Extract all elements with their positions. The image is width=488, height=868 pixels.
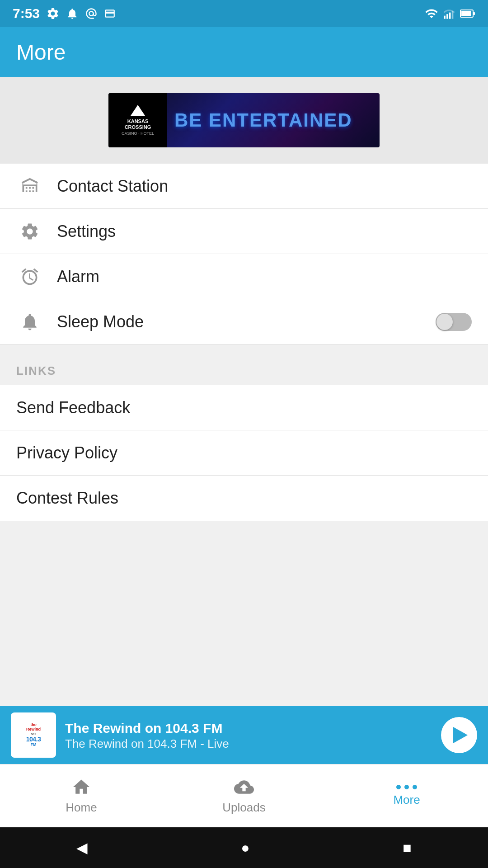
ad-banner[interactable]: KANSAS CROSSING CASINO · HOTEL BE ENTERT…	[108, 93, 380, 147]
bottom-nav: Home Uploads More	[0, 764, 488, 827]
sleep-mode-label: Sleep Mode	[57, 312, 436, 331]
bell-icon	[66, 7, 79, 20]
menu-section: Contact Station Settings Alarm z Sleep M…	[0, 164, 488, 344]
building-icon	[16, 176, 43, 196]
banner-logo: KANSAS CROSSING CASINO · HOTEL	[108, 93, 167, 147]
svg-rect-1	[446, 14, 448, 19]
nav-item-more[interactable]: More	[325, 764, 488, 827]
wifi-icon	[425, 7, 438, 20]
system-nav-bar: ◀ ● ■	[0, 827, 488, 868]
spacer	[0, 521, 488, 706]
gear-icon	[46, 7, 60, 20]
now-playing-info: The Rewind on 104.3 FM The Rewind on 104…	[65, 719, 432, 751]
contact-station-label: Contact Station	[57, 177, 472, 196]
status-left: 7:53	[13, 6, 116, 21]
link-item-contest-rules[interactable]: Contest Rules	[0, 476, 488, 521]
toggle-knob	[436, 314, 453, 330]
links-section: Send Feedback Privacy Policy Contest Rul…	[0, 385, 488, 521]
alarm-label: Alarm	[57, 267, 472, 286]
battery-icon	[460, 9, 475, 19]
settings-label: Settings	[57, 222, 472, 241]
card-icon	[104, 8, 116, 19]
link-item-privacy-policy[interactable]: Privacy Policy	[0, 430, 488, 476]
link-item-send-feedback[interactable]: Send Feedback	[0, 385, 488, 430]
nav-more-label: More	[393, 793, 420, 807]
status-right	[425, 7, 475, 20]
status-bar: 7:53	[0, 0, 488, 27]
signal-icon	[443, 7, 455, 20]
more-dots-icon	[396, 785, 417, 789]
menu-item-alarm[interactable]: Alarm	[0, 254, 488, 299]
nav-item-uploads[interactable]: Uploads	[163, 764, 325, 827]
privacy-policy-label: Privacy Policy	[16, 443, 117, 462]
play-button[interactable]	[441, 717, 477, 753]
nav-home-label: Home	[66, 801, 97, 815]
status-time: 7:53	[13, 6, 40, 21]
svg-text:z: z	[28, 320, 31, 326]
svg-rect-2	[449, 13, 451, 19]
station-logo: the Rewind on 104.3 FM	[11, 712, 56, 758]
svg-rect-5	[473, 12, 475, 15]
banner-tagline: BE ENTERTAINED	[167, 109, 352, 131]
send-feedback-label: Send Feedback	[16, 398, 130, 417]
header: More	[0, 27, 488, 77]
nav-uploads-label: Uploads	[222, 801, 265, 815]
back-button[interactable]: ◀	[76, 839, 88, 856]
play-icon	[453, 727, 468, 743]
contest-rules-label: Contest Rules	[16, 489, 118, 508]
banner-area: KANSAS CROSSING CASINO · HOTEL BE ENTERT…	[0, 77, 488, 164]
svg-rect-0	[444, 16, 446, 19]
at-icon	[85, 7, 98, 20]
svg-rect-6	[461, 11, 471, 16]
menu-item-sleep-mode[interactable]: z Sleep Mode	[0, 299, 488, 344]
menu-item-settings[interactable]: Settings	[0, 209, 488, 254]
recents-button[interactable]: ■	[403, 840, 411, 856]
page-title: More	[16, 40, 66, 65]
menu-item-contact-station[interactable]: Contact Station	[0, 164, 488, 209]
now-playing-bar[interactable]: the Rewind on 104.3 FM The Rewind on 104…	[0, 706, 488, 764]
home-button[interactable]: ●	[241, 840, 249, 856]
home-nav-icon	[71, 777, 91, 797]
nav-item-home[interactable]: Home	[0, 764, 163, 827]
alarm-icon	[16, 267, 43, 287]
svg-rect-3	[452, 11, 454, 19]
settings-icon	[16, 222, 43, 241]
links-section-header: LINKS	[0, 344, 488, 385]
links-label: LINKS	[16, 364, 56, 378]
now-playing-title: The Rewind on 104.3 FM	[65, 719, 432, 737]
now-playing-subtitle: The Rewind on 104.3 FM - Live	[65, 737, 432, 751]
sleep-icon: z	[16, 312, 43, 332]
upload-nav-icon	[234, 777, 254, 797]
sleep-mode-toggle[interactable]	[436, 313, 472, 331]
